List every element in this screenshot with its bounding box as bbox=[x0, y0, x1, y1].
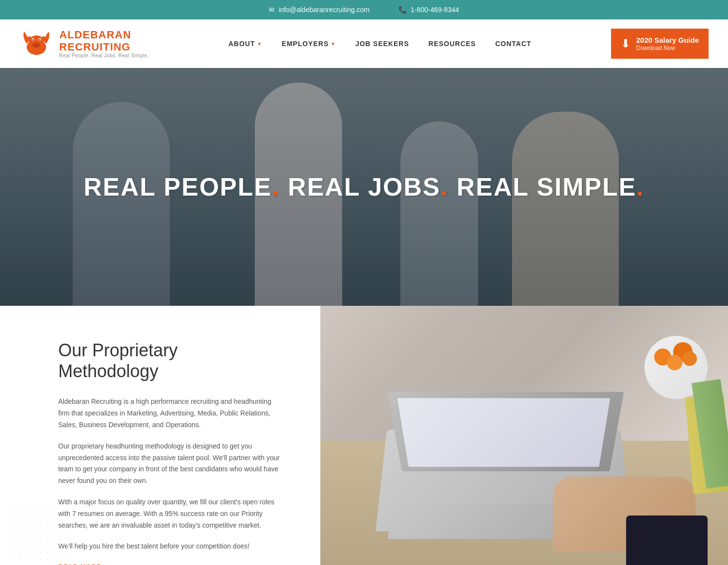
nav-employers[interactable]: EMPLOYERS ▼ bbox=[281, 40, 336, 48]
logo-tagline: Real People. Real Jobs. Real Simple. bbox=[59, 53, 149, 58]
phone-contact[interactable]: 📞 1-800-469-8344 bbox=[398, 6, 459, 14]
main-nav: ABOUT ▼ EMPLOYERS ▼ JOB SEEKERS RESOURCE… bbox=[229, 40, 531, 48]
logo-name-line2: RECRUITING bbox=[59, 41, 149, 53]
read-more-label: READ MORE bbox=[58, 563, 101, 565]
email-icon: ✉ bbox=[269, 6, 275, 14]
nav-resources[interactable]: RESOURCES bbox=[429, 40, 476, 48]
hero-dot3: . bbox=[636, 173, 644, 201]
methodology-para4: We'll help you hire the best talent befo… bbox=[58, 541, 281, 552]
download-icon: ⬇ bbox=[621, 37, 630, 50]
salary-guide-subtitle: Download Now bbox=[636, 45, 699, 51]
methodology-image bbox=[320, 306, 728, 565]
hero-section: REAL PEOPLE. REAL JOBS. REAL SIMPLE. bbox=[0, 68, 728, 306]
hero-title: REAL PEOPLE. REAL JOBS. REAL SIMPLE. bbox=[83, 172, 645, 201]
nav-contact[interactable]: CONTACT bbox=[495, 40, 531, 48]
methodology-para1: Aldebaran Recruiting is a high performan… bbox=[58, 396, 281, 431]
hero-content: REAL PEOPLE. REAL JOBS. REAL SIMPLE. bbox=[0, 68, 728, 306]
svg-point-2 bbox=[27, 36, 32, 40]
svg-point-3 bbox=[41, 36, 46, 40]
methodology-para3: With a major focus on quality over quant… bbox=[58, 497, 281, 531]
hero-dot2: . bbox=[441, 173, 448, 201]
logo-name-line1: ALDEBARAN bbox=[59, 29, 149, 41]
nav-job-seekers[interactable]: JOB SEEKERS bbox=[355, 40, 409, 48]
read-more-arrow: ⟶ bbox=[105, 562, 116, 565]
salary-guide-button[interactable]: ⬇ 2020 Salary Guide Download Now bbox=[611, 29, 709, 59]
methodology-para2: Our proprietary headhunting methodology … bbox=[58, 441, 281, 487]
hero-title-part3: REAL SIMPLE bbox=[448, 173, 636, 201]
phone-number: 1-800-469-8344 bbox=[411, 6, 459, 14]
phone-icon: 📞 bbox=[398, 6, 407, 14]
logo-text: ALDEBARAN RECRUITING Real People. Real J… bbox=[59, 29, 149, 58]
svg-point-7 bbox=[33, 39, 33, 40]
email-address: info@aldebaranrecruiting.com bbox=[279, 6, 369, 14]
methodology-title: Our Proprietary Methodology bbox=[58, 340, 281, 382]
hero-dot1: . bbox=[272, 173, 280, 201]
site-header: ALDEBARAN RECRUITING Real People. Real J… bbox=[0, 19, 728, 68]
top-bar: ✉ info@aldebaranrecruiting.com 📞 1-800-4… bbox=[0, 0, 728, 19]
about-dropdown-arrow: ▼ bbox=[257, 41, 262, 47]
hero-title-part2: REAL JOBS bbox=[280, 173, 441, 201]
main-content: Our Proprietary Methodology Aldebaran Re… bbox=[0, 306, 728, 565]
logo[interactable]: ALDEBARAN RECRUITING Real People. Real J… bbox=[19, 27, 149, 61]
logo-icon bbox=[19, 27, 53, 61]
svg-point-8 bbox=[39, 39, 40, 40]
email-contact[interactable]: ✉ info@aldebaranrecruiting.com bbox=[269, 6, 369, 14]
employers-dropdown-arrow: ▼ bbox=[331, 41, 336, 47]
salary-guide-text: 2020 Salary Guide Download Now bbox=[636, 36, 699, 51]
svg-point-4 bbox=[33, 43, 40, 48]
read-more-link[interactable]: READ MORE ⟶ bbox=[58, 562, 281, 565]
salary-guide-title: 2020 Salary Guide bbox=[636, 36, 699, 45]
hero-title-part1: REAL PEOPLE bbox=[83, 173, 272, 201]
nav-about[interactable]: ABOUT ▼ bbox=[229, 40, 263, 48]
methodology-section: Our Proprietary Methodology Aldebaran Re… bbox=[0, 306, 320, 565]
